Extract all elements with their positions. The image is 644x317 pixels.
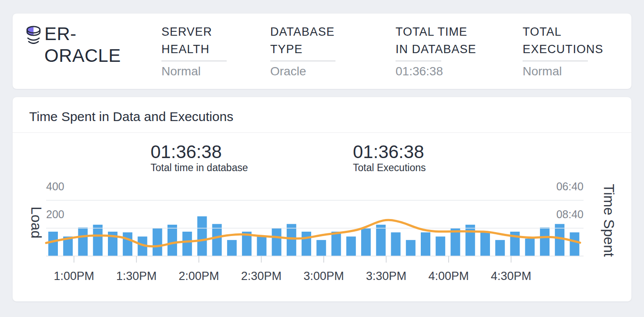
load-bar[interactable] — [227, 240, 237, 256]
database-title-block: ER-ORACLE — [25, 23, 134, 67]
load-bar[interactable] — [197, 216, 207, 256]
load-bar[interactable] — [361, 228, 371, 256]
load-bar[interactable] — [257, 236, 266, 256]
chart-title: Time Spent in Data and Executions — [29, 108, 233, 125]
load-bar[interactable] — [316, 240, 326, 256]
load-bar[interactable] — [302, 232, 311, 256]
load-bar[interactable] — [346, 236, 356, 256]
load-bar[interactable] — [421, 233, 430, 256]
x-tick-label: 4:00PM — [428, 270, 469, 283]
stat-database-type: DATABASETYPE Oracle — [270, 23, 335, 78]
stat-value: Normal — [161, 64, 227, 78]
x-tick-label: 1:30PM — [116, 270, 157, 283]
right-tick-label: 08:40 — [556, 208, 584, 220]
left-axis-title: Load — [28, 206, 44, 238]
stat-underline — [523, 61, 588, 61]
load-bar[interactable] — [182, 232, 192, 256]
database-icon — [25, 23, 44, 48]
load-bar[interactable] — [48, 232, 58, 256]
stat-label: SERVERHEALTH — [161, 23, 227, 58]
load-bar[interactable] — [480, 232, 490, 256]
left-tick-label: 200 — [46, 208, 64, 220]
load-bar[interactable] — [525, 239, 535, 256]
summary-total-executions: 01:36:38 Total Executions — [353, 142, 426, 174]
load-bar[interactable] — [436, 236, 445, 256]
stat-label: TOTAL TIMEIN DATABASE — [396, 23, 476, 58]
x-tick-label: 4:30PM — [491, 270, 531, 283]
load-bar[interactable] — [376, 225, 386, 256]
time-spent-chart-card: Time Spent in Data and Executions 01:36:… — [12, 97, 632, 302]
summary-caption: Total time in database — [151, 162, 248, 174]
load-bar[interactable] — [272, 228, 282, 256]
stat-total-executions: TOTALEXECUTIONS Normal — [523, 23, 604, 78]
load-bar[interactable] — [495, 240, 505, 256]
right-axis-title: Time Spent — [601, 184, 617, 257]
load-bar[interactable] — [93, 225, 103, 256]
chart-title-divider — [13, 132, 631, 133]
load-bar[interactable] — [78, 227, 88, 256]
database-summary-card: ER-ORACLE SERVERHEALTH Normal DATABASETY… — [12, 13, 632, 89]
summary-value: 01:36:38 — [353, 142, 426, 162]
load-bar[interactable] — [168, 225, 177, 256]
load-bar[interactable] — [332, 232, 341, 256]
load-bar[interactable] — [123, 233, 132, 256]
stat-value: Oracle — [270, 64, 335, 78]
load-bar[interactable] — [391, 233, 401, 256]
load-bar[interactable] — [153, 228, 162, 256]
summary-value: 01:36:38 — [151, 142, 248, 162]
x-tick-label: 3:30PM — [366, 270, 406, 283]
load-bar[interactable] — [555, 224, 564, 256]
stat-value: 01:36:38 — [396, 64, 476, 78]
load-bar[interactable] — [466, 225, 475, 256]
summary-total-time: 01:36:38 Total time in database — [151, 142, 248, 174]
load-bar[interactable] — [212, 224, 222, 256]
stat-server-health: SERVERHEALTH Normal — [161, 23, 227, 78]
left-tick-label: 400 — [46, 180, 64, 192]
right-tick-label: 06:40 — [556, 180, 584, 192]
stat-value: Normal — [523, 64, 604, 78]
stat-label: DATABASETYPE — [270, 23, 335, 58]
stat-underline — [270, 61, 335, 61]
x-tick-label: 3:00PM — [303, 270, 344, 283]
x-tick-label: 2:00PM — [178, 270, 219, 283]
stat-underline — [161, 61, 227, 61]
x-tick-label: 1:00PM — [54, 270, 94, 283]
time-chart: 1:00PM1:30PM2:00PM2:30PM3:00PM3:30PM4:00… — [13, 97, 631, 301]
database-name: ER-ORACLE — [44, 23, 134, 67]
x-tick-label: 2:30PM — [241, 270, 282, 283]
summary-caption: Total Executions — [353, 162, 426, 174]
stat-label: TOTALEXECUTIONS — [523, 23, 604, 58]
stat-underline — [396, 61, 441, 61]
load-bar[interactable] — [570, 233, 579, 256]
load-bar[interactable] — [287, 224, 296, 256]
load-bar[interactable] — [540, 227, 550, 256]
stat-total-time-in-database: TOTAL TIMEIN DATABASE 01:36:38 — [396, 23, 476, 78]
load-bar[interactable] — [406, 240, 416, 256]
dashboard-page: { "page": {"background": "#edeff3"}, "he… — [0, 0, 644, 317]
